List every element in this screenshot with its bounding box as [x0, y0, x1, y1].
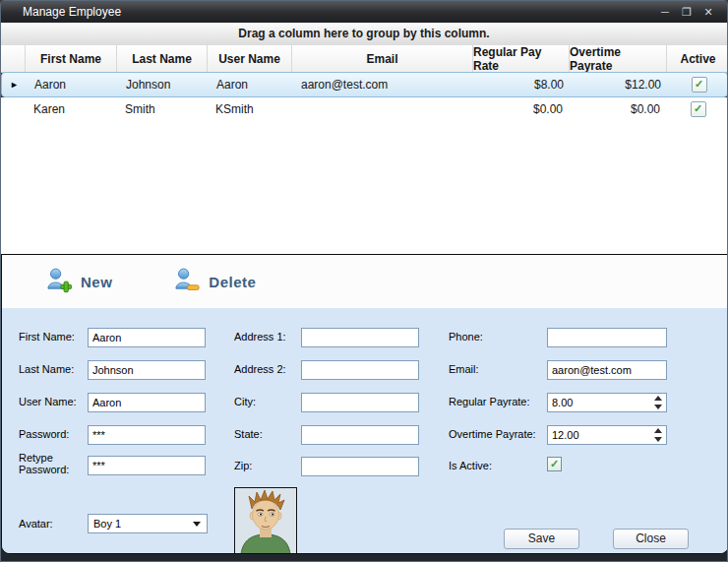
maximize-icon[interactable]: ❐: [678, 4, 696, 20]
cell-user-name: KSmith: [208, 102, 292, 116]
column-header-indicator: [1, 45, 26, 73]
cell-email: aaron@test.com: [293, 78, 474, 92]
password-label: Password:: [19, 428, 69, 440]
active-checkbox[interactable]: ✓: [691, 101, 706, 117]
active-checkbox[interactable]: ✓: [692, 77, 707, 93]
city-field[interactable]: [301, 393, 419, 412]
last-name-field[interactable]: [88, 360, 206, 380]
email-label: Email:: [449, 363, 479, 375]
email-field[interactable]: [547, 360, 667, 380]
new-button[interactable]: New: [45, 267, 112, 296]
employee-detail-panel: New Delete First Name: [1, 254, 728, 554]
column-header-email[interactable]: Email: [292, 45, 473, 73]
delete-button-label: Delete: [209, 274, 256, 290]
zip-field[interactable]: [301, 457, 419, 476]
avatar-select-value: Boy 1: [93, 518, 121, 530]
password-field[interactable]: [88, 425, 206, 445]
avatar-select[interactable]: Boy 1: [88, 514, 208, 533]
cell-regular-pay-rate: $0.00: [473, 102, 570, 116]
spin-up-icon[interactable]: [654, 396, 662, 401]
delete-person-icon: [173, 267, 200, 296]
first-name-field[interactable]: [88, 328, 206, 347]
avatar-label: Avatar:: [19, 518, 53, 530]
cell-overtime-payrate: $12.00: [571, 78, 668, 92]
user-name-field[interactable]: [88, 393, 206, 412]
overtime-payrate-field[interactable]: [547, 425, 667, 445]
address1-field[interactable]: [301, 328, 419, 347]
new-person-icon: [45, 267, 72, 296]
first-name-label: First Name:: [19, 331, 75, 343]
column-header-regular-pay-rate[interactable]: Regular Pay Rate: [473, 45, 570, 73]
user-name-label: User Name:: [19, 396, 77, 407]
delete-button[interactable]: Delete: [173, 267, 256, 296]
spin-down-icon[interactable]: [654, 405, 662, 409]
grid-empty-area: [1, 121, 727, 254]
regular-payrate-label: Regular Payrate:: [449, 396, 530, 407]
column-header-active[interactable]: Active: [667, 45, 728, 73]
phone-field[interactable]: [547, 328, 667, 347]
save-button[interactable]: Save: [504, 529, 579, 549]
avatar-boy-image: [235, 488, 296, 554]
manage-employee-window: Manage Employee ─ ❐ ✕ Drag a column here…: [0, 0, 728, 562]
cell-overtime-payrate: $0.00: [570, 102, 667, 116]
close-button[interactable]: Close: [613, 529, 689, 549]
column-header-first-name[interactable]: First Name: [26, 45, 117, 73]
regular-payrate-spin-buttons[interactable]: [652, 396, 664, 409]
column-header-overtime-payrate[interactable]: Overtime Payrate: [570, 45, 667, 73]
close-icon[interactable]: ✕: [699, 4, 717, 20]
cell-last-name: Johnson: [118, 78, 209, 92]
state-label: State:: [234, 428, 263, 440]
is-active-label: Is Active:: [449, 460, 492, 471]
address2-label: Address 2:: [234, 363, 286, 375]
cell-regular-pay-rate: $8.00: [474, 78, 571, 92]
address2-field[interactable]: [301, 360, 419, 380]
window-title: Manage Employee: [1, 5, 121, 19]
title-bar: Manage Employee ─ ❐ ✕: [1, 1, 727, 24]
address1-label: Address 1:: [234, 331, 286, 343]
chevron-down-icon: [193, 522, 201, 527]
employee-form: First Name: Last Name: User Name: Passwo…: [2, 308, 728, 553]
table-row[interactable]: Karen Smith KSmith $0.00 $0.00 ✓: [1, 97, 728, 122]
last-name-label: Last Name:: [19, 363, 74, 375]
grid-header: First Name Last Name User Name Email Reg…: [1, 45, 728, 73]
overtime-payrate-label: Overtime Payrate:: [449, 428, 536, 440]
detail-toolbar: New Delete: [2, 255, 728, 308]
regular-payrate-field[interactable]: [547, 393, 667, 412]
column-header-last-name[interactable]: Last Name: [117, 45, 208, 73]
retype-password-label: Retype Password:: [19, 452, 76, 475]
column-header-user-name[interactable]: User Name: [208, 45, 292, 73]
group-by-bar[interactable]: Drag a column here to group by this colu…: [1, 23, 727, 46]
overtime-payrate-stepper: [547, 425, 667, 445]
cell-last-name: Smith: [117, 102, 208, 116]
cell-user-name: Aaron: [209, 78, 293, 92]
new-button-label: New: [81, 274, 112, 290]
window-controls: ─ ❐ ✕: [656, 4, 727, 20]
selected-row-arrow-icon: ►: [2, 80, 27, 90]
cell-first-name: Karen: [26, 102, 117, 116]
is-active-checkbox[interactable]: ✓: [547, 457, 562, 471]
zip-label: Zip:: [234, 460, 252, 471]
regular-payrate-stepper: [547, 393, 667, 412]
spin-down-icon[interactable]: [654, 437, 662, 442]
retype-password-field[interactable]: [88, 456, 206, 475]
state-field[interactable]: [301, 425, 419, 445]
avatar: [234, 487, 297, 554]
city-label: City:: [234, 396, 256, 407]
spin-up-icon[interactable]: [654, 428, 662, 433]
overtime-payrate-spin-buttons[interactable]: [652, 428, 664, 442]
table-row[interactable]: ► Aaron Johnson Aaron aaron@test.com $8.…: [1, 72, 728, 97]
cell-first-name: Aaron: [27, 78, 118, 92]
phone-label: Phone:: [449, 331, 483, 343]
minimize-icon[interactable]: ─: [656, 4, 674, 20]
